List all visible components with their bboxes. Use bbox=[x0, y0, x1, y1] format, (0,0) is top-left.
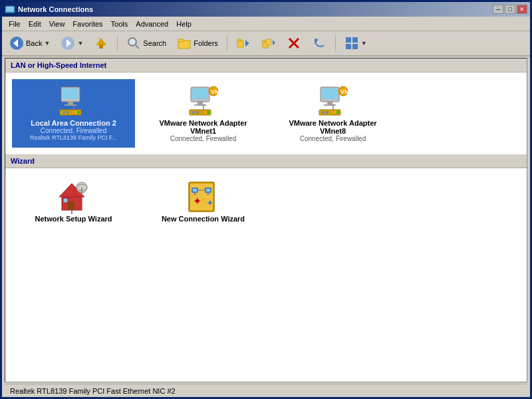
folders-label: Folders bbox=[194, 39, 218, 47]
svg-text:✦: ✦ bbox=[206, 198, 214, 208]
svg-rect-19 bbox=[266, 39, 271, 45]
svg-rect-30 bbox=[68, 102, 73, 104]
svg-point-46 bbox=[207, 111, 209, 114]
item-name-setup-wizard: Network Setup Wizard bbox=[35, 215, 112, 223]
svg-rect-31 bbox=[65, 104, 76, 106]
menu-help[interactable]: Help bbox=[172, 19, 196, 29]
menu-edit[interactable]: Edit bbox=[25, 19, 45, 29]
svg-rect-35 bbox=[66, 111, 69, 114]
wizard-items-grid: Network Setup Wizard bbox=[5, 168, 527, 235]
network-item-setup-wizard[interactable]: Network Setup Wizard bbox=[12, 175, 135, 228]
network-item-vmnet8[interactable]: VM VMware Network Adapter VMnet8 Connect… bbox=[271, 79, 394, 148]
svg-point-59 bbox=[334, 111, 336, 114]
search-icon bbox=[126, 36, 141, 51]
views-icon bbox=[344, 36, 359, 51]
svg-rect-41 bbox=[194, 104, 206, 106]
nic-icon-area bbox=[54, 84, 94, 118]
svg-rect-79 bbox=[206, 194, 210, 195]
svg-rect-8 bbox=[99, 45, 103, 49]
window-title: Network Connections bbox=[18, 5, 93, 13]
separator-2 bbox=[227, 35, 227, 51]
svg-rect-73 bbox=[193, 189, 197, 192]
up-icon bbox=[94, 36, 108, 51]
vmware-icon-area-8: VM bbox=[313, 84, 353, 118]
folders-button[interactable]: Folders bbox=[172, 33, 223, 53]
svg-rect-56 bbox=[322, 111, 325, 114]
svg-rect-1 bbox=[6, 7, 14, 11]
maximize-button[interactable]: □ bbox=[505, 5, 515, 14]
svg-marker-7 bbox=[96, 38, 106, 45]
menu-view[interactable]: View bbox=[45, 19, 69, 29]
svg-rect-44 bbox=[192, 111, 195, 114]
close-button[interactable]: ✕ bbox=[517, 5, 527, 14]
move-icon bbox=[236, 36, 251, 51]
copy-icon bbox=[261, 36, 276, 51]
undo-button[interactable] bbox=[307, 33, 331, 53]
item-name-connection-wizard: New Connection Wizard bbox=[162, 215, 245, 223]
item-detail-local-area-2: Realtek RTL8139 Family PCI F... bbox=[30, 134, 117, 141]
back-dropdown-arrow[interactable]: ▼ bbox=[44, 40, 50, 47]
svg-rect-78 bbox=[207, 193, 209, 194]
network-item-local-area-2[interactable]: Local Area Connection 2 Connected, Firew… bbox=[12, 79, 135, 148]
views-button[interactable]: ▼ bbox=[340, 33, 372, 53]
search-label: Search bbox=[143, 39, 166, 47]
statusbar: Realtek RTL8139 Family PCI Fast Ethernet… bbox=[5, 384, 527, 397]
svg-point-11 bbox=[130, 39, 135, 45]
window-frame: Network Connections ─ □ ✕ File Edit View… bbox=[0, 0, 532, 399]
svg-rect-51 bbox=[322, 88, 338, 99]
wizard-section-header: Wizard bbox=[5, 154, 527, 168]
lan-items-grid: Local Area Connection 2 Connected, Firew… bbox=[5, 72, 527, 154]
svg-rect-13 bbox=[178, 39, 184, 42]
titlebar: Network Connections ─ □ ✕ bbox=[2, 2, 530, 17]
svg-rect-39 bbox=[192, 88, 208, 99]
copy-to-button[interactable] bbox=[257, 33, 281, 53]
svg-rect-53 bbox=[324, 104, 336, 106]
item-status-vmnet1: Connected, Firewalled bbox=[170, 135, 237, 142]
statusbar-text: Realtek RTL8139 Family PCI Fast Ethernet… bbox=[10, 387, 176, 395]
forward-icon bbox=[61, 36, 75, 51]
move-to-button[interactable] bbox=[231, 33, 255, 53]
svg-rect-75 bbox=[193, 194, 197, 195]
svg-rect-25 bbox=[352, 37, 358, 43]
content-area: LAN or High-Speed Internet bbox=[5, 58, 527, 382]
minimize-button[interactable]: ─ bbox=[493, 5, 503, 14]
separator-3 bbox=[335, 35, 336, 51]
svg-point-47 bbox=[204, 111, 207, 114]
separator-1 bbox=[117, 35, 118, 51]
svg-rect-74 bbox=[194, 193, 196, 194]
up-button[interactable] bbox=[89, 33, 113, 53]
svg-rect-77 bbox=[206, 189, 210, 192]
svg-rect-64 bbox=[68, 201, 74, 210]
svg-rect-15 bbox=[237, 39, 241, 41]
menubar: File Edit View Favorites Tools Advanced … bbox=[2, 17, 530, 31]
window-icon bbox=[5, 4, 15, 15]
item-name-vmnet1: VMware Network Adapter VMnet1 bbox=[147, 119, 259, 135]
search-button[interactable]: Search bbox=[122, 33, 171, 53]
svg-rect-2 bbox=[5, 11, 15, 13]
svg-point-36 bbox=[77, 111, 80, 114]
network-item-connection-wizard[interactable]: ✦ ✦ ✦ New Connection Wizard bbox=[142, 175, 265, 228]
back-button[interactable]: Back ▼ bbox=[5, 33, 55, 53]
svg-rect-29 bbox=[63, 88, 78, 99]
item-name-vmnet8: VMware Network Adapter VMnet8 bbox=[277, 119, 389, 135]
menu-tools[interactable]: Tools bbox=[107, 19, 132, 29]
forward-button[interactable]: ▼ bbox=[56, 33, 88, 53]
svg-text:✦: ✦ bbox=[201, 196, 206, 203]
toolbar: Back ▼ ▼ bbox=[2, 31, 530, 57]
delete-button[interactable] bbox=[282, 33, 306, 53]
views-dropdown-arrow[interactable]: ▼ bbox=[361, 40, 367, 47]
svg-point-58 bbox=[336, 111, 339, 114]
svg-text:VM: VM bbox=[211, 88, 220, 95]
menu-favorites[interactable]: Favorites bbox=[68, 19, 106, 29]
svg-rect-52 bbox=[327, 102, 332, 104]
network-item-vmnet1[interactable]: VM VMware Network Adapter VMnet1 Connect… bbox=[142, 79, 265, 148]
svg-rect-18 bbox=[263, 41, 265, 43]
menu-file[interactable]: File bbox=[5, 19, 25, 29]
menu-advanced[interactable]: Advanced bbox=[132, 19, 172, 29]
forward-dropdown-arrow[interactable]: ▼ bbox=[77, 40, 83, 47]
svg-rect-27 bbox=[352, 44, 358, 49]
svg-rect-26 bbox=[346, 44, 351, 49]
connection-wizard-icon-area: ✦ ✦ ✦ bbox=[184, 180, 223, 213]
svg-rect-34 bbox=[63, 111, 65, 114]
svg-rect-65 bbox=[63, 198, 68, 203]
